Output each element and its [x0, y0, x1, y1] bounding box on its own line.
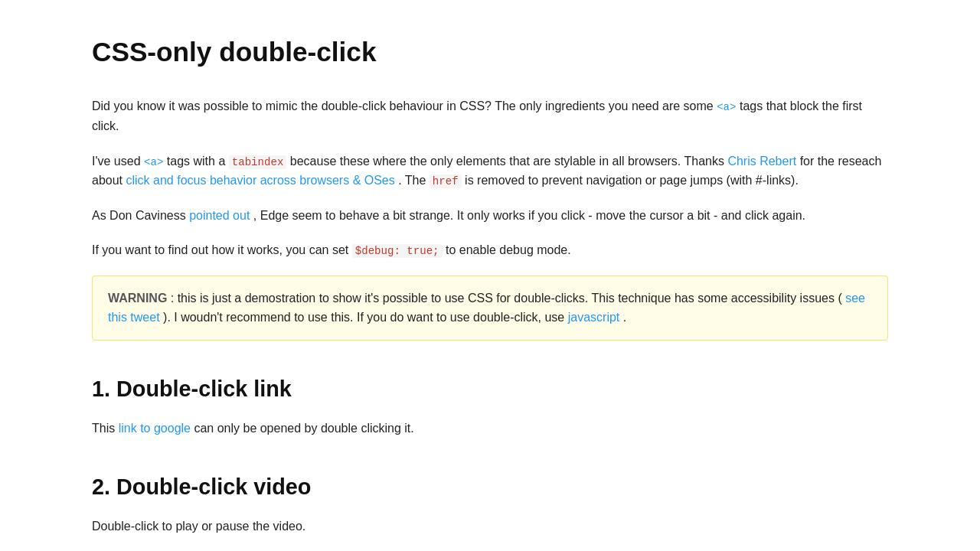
- intro-paragraph-3: As Don Caviness pointed out , Edge seem …: [92, 206, 888, 226]
- page-title: CSS-only double-click: [92, 31, 888, 73]
- intro-p2-mid1: tags with a: [167, 155, 229, 168]
- section1-text-end: can only be opened by double clicking it…: [194, 422, 413, 435]
- intro-p1-text: Did you know it was possible to mimic th…: [92, 99, 714, 112]
- pointed-out-link[interactable]: pointed out: [189, 209, 250, 222]
- section2-title: 2. Double-click video: [92, 469, 888, 504]
- javascript-link[interactable]: javascript: [568, 311, 620, 324]
- click-focus-link[interactable]: click and focus behavior across browsers…: [126, 174, 395, 187]
- intro-p1-code: <a>: [717, 101, 736, 113]
- intro-paragraph-4: If you want to find out how it works, yo…: [92, 240, 888, 260]
- intro-paragraph-1: Did you know it was possible to mimic th…: [92, 96, 888, 135]
- section1-title: 1. Double-click link: [92, 371, 888, 406]
- warning-text: : this is just a demostration to show it…: [171, 292, 842, 305]
- intro-p2-end3: is removed to prevent navigation or page…: [465, 174, 799, 187]
- intro-p3-start: As Don Caviness: [92, 209, 186, 222]
- intro-p3-end: , Edge seem to behave a bit strange. It …: [253, 209, 805, 222]
- intro-p2-mid2: because these where the only elements th…: [290, 155, 728, 168]
- intro-p4-code: $debug: true;: [352, 244, 443, 258]
- chris-rebert-link[interactable]: Chris Rebert: [727, 155, 796, 168]
- intro-p4-start: If you want to find out how it works, yo…: [92, 243, 348, 256]
- intro-p2-code2: tabindex: [229, 155, 287, 169]
- intro-p4-end: to enable debug mode.: [446, 243, 571, 256]
- section-1: 1. Double-click link This link to google…: [92, 371, 888, 439]
- intro-p2-code3: href: [430, 174, 462, 188]
- link-to-google[interactable]: link to google: [119, 422, 191, 435]
- section-2: 2. Double-click video Double-click to pl…: [92, 469, 888, 551]
- warning-label: WARNING: [108, 292, 167, 305]
- intro-p2-end2: . The: [398, 174, 426, 187]
- warning-end2: .: [623, 311, 626, 324]
- intro-p2-start: I've used: [92, 155, 141, 168]
- section1-paragraph: This link to google can only be opened b…: [92, 419, 888, 439]
- warning-end: ). I woudn't recommend to use this. If y…: [163, 311, 564, 324]
- intro-p2-code: <a>: [144, 156, 163, 168]
- section1-text-start: This: [92, 422, 115, 435]
- section2-paragraph: Double-click to play or pause the video.: [92, 517, 888, 536]
- intro-paragraph-2: I've used <a> tags with a tabindex becau…: [92, 152, 888, 191]
- warning-box: WARNING : this is just a demostration to…: [92, 276, 888, 341]
